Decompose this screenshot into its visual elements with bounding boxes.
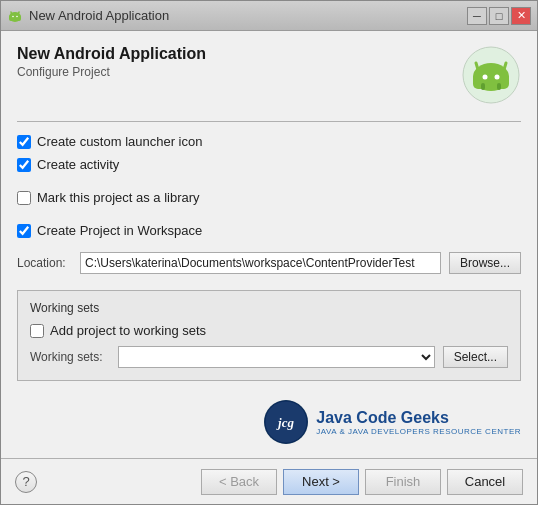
svg-line-2: [11, 12, 12, 15]
location-row: Location: Browse...: [17, 252, 521, 274]
add-working-sets-label[interactable]: Add project to working sets: [50, 323, 206, 338]
svg-point-5: [16, 15, 18, 17]
library-checkbox[interactable]: [17, 191, 31, 205]
add-working-sets-checkbox[interactable]: [30, 324, 44, 338]
launcher-icon-label[interactable]: Create custom launcher icon: [37, 134, 202, 149]
finish-button[interactable]: Finish: [365, 469, 441, 495]
create-activity-row: Create activity: [17, 157, 521, 172]
android-logo: [461, 45, 521, 105]
title-bar-buttons: ─ □ ✕: [467, 7, 531, 25]
svg-point-12: [495, 75, 500, 80]
button-bar: ? < Back Next > Finish Cancel: [1, 458, 537, 504]
svg-rect-13: [481, 83, 485, 90]
page-subtitle: Configure Project: [17, 65, 206, 79]
title-bar: New Android Application ─ □ ✕: [1, 1, 537, 31]
browse-button[interactable]: Browse...: [449, 252, 521, 274]
header-text: New Android Application Configure Projec…: [17, 45, 206, 79]
workspace-label[interactable]: Create Project in Workspace: [37, 223, 202, 238]
working-sets-select[interactable]: [118, 346, 435, 368]
svg-rect-1: [9, 15, 21, 21]
svg-point-11: [483, 75, 488, 80]
library-label[interactable]: Mark this project as a library: [37, 190, 200, 205]
location-input[interactable]: [80, 252, 441, 274]
create-activity-checkbox[interactable]: [17, 158, 31, 172]
minimize-button[interactable]: ─: [467, 7, 487, 25]
jcg-logo: jcg Java Code Geeks Java & Java Develope…: [264, 400, 521, 444]
add-working-sets-row: Add project to working sets: [30, 323, 508, 338]
android-title-icon: [7, 8, 23, 24]
header-section: New Android Application Configure Projec…: [17, 45, 521, 105]
launcher-icon-checkbox[interactable]: [17, 135, 31, 149]
next-button[interactable]: Next >: [283, 469, 359, 495]
jcg-name: Java Code Geeks: [316, 409, 521, 427]
content-area: New Android Application Configure Projec…: [1, 31, 537, 458]
logo-section: jcg Java Code Geeks Java & Java Develope…: [17, 381, 521, 448]
jcg-circle-icon: jcg: [264, 400, 308, 444]
page-title: New Android Application: [17, 45, 206, 63]
title-bar-left: New Android Application: [7, 8, 169, 24]
svg-point-4: [12, 15, 14, 17]
main-window: New Android Application ─ □ ✕ New Androi…: [0, 0, 538, 505]
help-button[interactable]: ?: [15, 471, 37, 493]
select-button[interactable]: Select...: [443, 346, 508, 368]
header-divider: [17, 121, 521, 122]
working-sets-title: Working sets: [30, 301, 508, 315]
svg-rect-14: [497, 83, 501, 90]
maximize-button[interactable]: □: [489, 7, 509, 25]
svg-text:jcg: jcg: [276, 415, 294, 430]
svg-line-3: [18, 12, 19, 15]
launcher-icon-row: Create custom launcher icon: [17, 134, 521, 149]
cancel-button[interactable]: Cancel: [447, 469, 523, 495]
library-row: Mark this project as a library: [17, 190, 521, 205]
svg-rect-8: [473, 73, 509, 89]
jcg-svg-icon: jcg: [264, 400, 308, 444]
location-label: Location:: [17, 256, 72, 270]
close-button[interactable]: ✕: [511, 7, 531, 25]
workspace-row: Create Project in Workspace: [17, 223, 521, 238]
working-sets-box: Working sets Add project to working sets…: [17, 290, 521, 381]
create-activity-label[interactable]: Create activity: [37, 157, 119, 172]
back-button[interactable]: < Back: [201, 469, 277, 495]
working-sets-select-row: Working sets: Select...: [30, 346, 508, 368]
jcg-subtitle: Java & Java Developers Resource Center: [316, 427, 521, 436]
working-sets-label: Working sets:: [30, 350, 110, 364]
jcg-text-block: Java Code Geeks Java & Java Developers R…: [316, 409, 521, 436]
title-bar-title: New Android Application: [29, 8, 169, 23]
workspace-checkbox[interactable]: [17, 224, 31, 238]
